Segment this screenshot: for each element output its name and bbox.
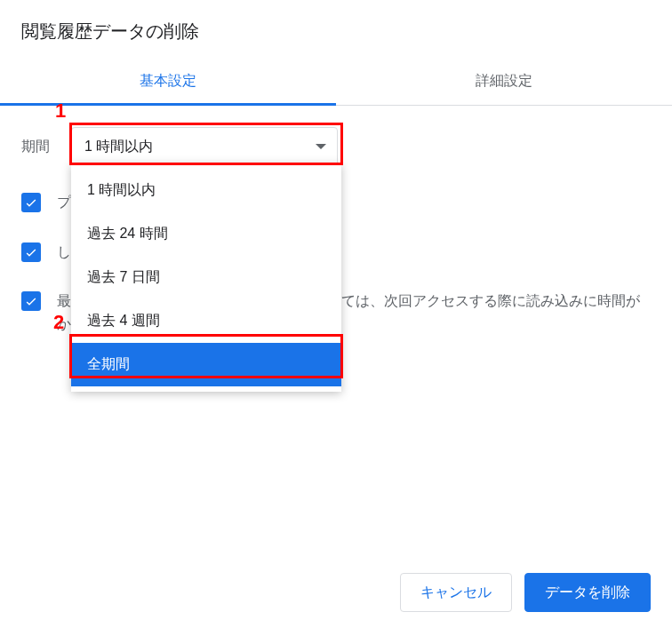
time-range-row: 期間 1 時間以内 — [21, 127, 651, 166]
time-range-select[interactable]: 1 時間以内 — [71, 127, 338, 166]
tab-basic[interactable]: 基本設定 — [0, 60, 336, 105]
chevron-down-icon — [316, 144, 326, 149]
check-icon — [24, 195, 38, 210]
option-7d[interactable]: 過去 7 日間 — [71, 256, 341, 299]
tab-advanced[interactable]: 詳細設定 — [336, 60, 672, 105]
time-range-label: 期間 — [21, 138, 57, 156]
option-4w[interactable]: 過去 4 週間 — [71, 299, 341, 343]
time-range-dropdown: 1 時間以内 過去 24 時間 過去 7 日間 過去 4 週間 全期間 — [71, 163, 341, 392]
check-icon — [24, 245, 38, 259]
checkbox-2[interactable] — [21, 242, 41, 262]
time-range-select-wrap: 1 時間以内 — [71, 127, 338, 166]
checkbox-1[interactable] — [21, 193, 41, 212]
check-icon — [24, 294, 38, 308]
option-all[interactable]: 全期間 — [71, 343, 341, 386]
dialog-title: 閲覧履歴データの削除 — [0, 0, 672, 60]
annotation-label-1: 1 — [55, 99, 66, 123]
delete-button[interactable]: データを削除 — [524, 573, 651, 612]
option-24h[interactable]: 過去 24 時間 — [71, 212, 341, 256]
tabs: 基本設定 詳細設定 — [0, 60, 672, 106]
annotation-label-2: 2 — [53, 311, 64, 334]
option-1h[interactable]: 1 時間以内 — [71, 169, 341, 212]
dialog-footer: キャンセル データを削除 — [0, 557, 672, 628]
cancel-button[interactable]: キャンセル — [400, 573, 512, 612]
checkbox-3[interactable] — [21, 291, 41, 311]
time-range-selected-value: 1 時間以内 — [84, 138, 153, 156]
